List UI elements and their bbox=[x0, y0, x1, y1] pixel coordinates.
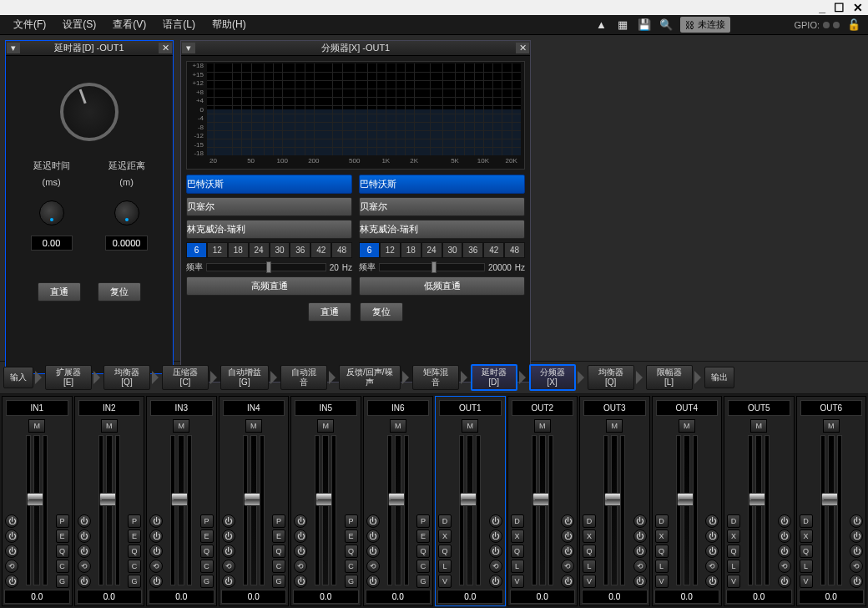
strip-fx-button-p[interactable]: P bbox=[128, 514, 141, 528]
strip-side-button[interactable]: ⏻ bbox=[222, 514, 235, 528]
strip-fx-button-p[interactable]: P bbox=[272, 514, 285, 528]
mute-button[interactable]: M bbox=[101, 419, 118, 433]
strip-fx-button-v[interactable]: V bbox=[655, 575, 669, 588]
delay-collapse-button[interactable]: ▾ bbox=[7, 43, 20, 53]
hpf-slope-24[interactable]: 24 bbox=[249, 242, 270, 258]
hpf-slope-30[interactable]: 30 bbox=[270, 242, 290, 258]
strip-fx-button-g[interactable]: G bbox=[345, 575, 358, 588]
strip-side-button[interactable]: ⏻ bbox=[149, 575, 163, 588]
delay-reset-button[interactable]: 复位 bbox=[98, 282, 141, 301]
strip-side-button[interactable]: ⏻ bbox=[78, 545, 91, 558]
fader[interactable] bbox=[33, 435, 40, 585]
strip-side-button[interactable]: ⏻ bbox=[222, 529, 235, 543]
strip-side-button[interactable]: ⏻ bbox=[149, 529, 163, 543]
delay-main-knob[interactable] bbox=[60, 83, 119, 141]
strip-fx-button-q[interactable]: Q bbox=[272, 545, 285, 558]
lpf-linkwitz-button[interactable]: 林克威治-瑞利 bbox=[359, 220, 525, 239]
delay-dist-knob[interactable] bbox=[114, 200, 139, 225]
fader[interactable] bbox=[611, 435, 618, 585]
strip-side-button[interactable]: ⟲ bbox=[561, 560, 574, 573]
chain-node-x[interactable]: 分频器[X] bbox=[529, 364, 576, 391]
strip-side-button[interactable]: ⏻ bbox=[633, 514, 647, 528]
fader[interactable] bbox=[467, 435, 473, 585]
strip-fx-button-v[interactable]: V bbox=[511, 575, 524, 588]
strip-side-button[interactable]: ⟲ bbox=[633, 560, 647, 573]
strip-side-button[interactable]: ⏻ bbox=[78, 575, 91, 588]
strip-fx-button-q[interactable]: Q bbox=[200, 545, 214, 558]
strip-side-button[interactable]: ⏻ bbox=[366, 575, 380, 588]
strip-value[interactable]: 0.0 bbox=[726, 590, 792, 604]
strip-fx-button-e[interactable]: E bbox=[56, 529, 69, 543]
strip-fx-button-x[interactable]: X bbox=[511, 529, 524, 543]
strip-value[interactable]: 0.0 bbox=[654, 590, 720, 604]
menu-settings[interactable]: 设置(S) bbox=[56, 15, 103, 34]
menu-view[interactable]: 查看(V) bbox=[106, 15, 153, 34]
strip-side-button[interactable]: ⏻ bbox=[78, 529, 91, 543]
mute-button[interactable]: M bbox=[317, 419, 334, 433]
strip-value[interactable]: 0.0 bbox=[221, 590, 287, 604]
strip-side-button[interactable]: ⏻ bbox=[705, 529, 719, 543]
strip-side-button[interactable]: ⏻ bbox=[5, 529, 18, 543]
strip-fx-button-p[interactable]: P bbox=[416, 514, 430, 528]
delay-dist-value[interactable]: 0.0000 bbox=[105, 236, 149, 251]
chain-node-l[interactable]: 限幅器[L] bbox=[646, 365, 693, 390]
search-icon[interactable]: 🔍 bbox=[659, 18, 674, 33]
hpf-slope-36[interactable]: 36 bbox=[290, 242, 310, 258]
lpf-freq-value[interactable]: 20000 bbox=[488, 263, 512, 272]
strip-fx-button-d[interactable]: D bbox=[511, 514, 524, 528]
lpf-bessel-button[interactable]: 贝塞尔 bbox=[359, 197, 525, 216]
strip-fx-button-c[interactable]: C bbox=[272, 560, 285, 573]
strip-fx-button-x[interactable]: X bbox=[727, 529, 740, 543]
hpf-bypass-button[interactable]: 高频直通 bbox=[186, 276, 352, 296]
strip-side-button[interactable]: ⏻ bbox=[366, 545, 380, 558]
strip-fx-button-d[interactable]: D bbox=[800, 514, 813, 528]
strip-side-button[interactable]: ⟲ bbox=[5, 560, 18, 573]
mute-button[interactable]: M bbox=[173, 419, 189, 433]
strip-side-button[interactable]: ⏻ bbox=[561, 545, 574, 558]
mute-button[interactable]: M bbox=[534, 419, 551, 433]
strip-fx-button-l[interactable]: L bbox=[800, 560, 813, 573]
chain-input[interactable]: 输入 bbox=[3, 367, 33, 388]
xover-graph[interactable]: +18+15+12+8+40-4-8-12-15-18 205010020050… bbox=[186, 61, 525, 170]
strip-fx-button-d[interactable]: D bbox=[583, 514, 596, 528]
strip-fx-button-e[interactable]: E bbox=[272, 529, 285, 543]
strip-side-button[interactable]: ⟲ bbox=[489, 560, 502, 573]
strip-fx-button-d[interactable]: D bbox=[438, 514, 452, 528]
close-button[interactable]: ✕ bbox=[853, 1, 863, 14]
strip-side-button[interactable]: ⏻ bbox=[561, 529, 574, 543]
strip-value[interactable]: 0.0 bbox=[799, 590, 865, 604]
strip-fx-button-l[interactable]: L bbox=[583, 560, 596, 573]
strip-side-button[interactable]: ⏻ bbox=[149, 514, 163, 528]
strip-side-button[interactable]: ⏻ bbox=[5, 514, 18, 528]
strip-fx-button-q[interactable]: Q bbox=[56, 545, 69, 558]
strip-fx-button-q[interactable]: Q bbox=[416, 545, 430, 558]
strip-side-button[interactable]: ⏻ bbox=[850, 529, 863, 543]
strip-side-button[interactable]: ⏻ bbox=[850, 514, 863, 528]
lpf-slope-42[interactable]: 42 bbox=[483, 242, 504, 258]
strip-side-button[interactable]: ⏻ bbox=[561, 514, 574, 528]
strip-side-button[interactable]: ⟲ bbox=[222, 560, 235, 573]
hpf-freq-slider[interactable] bbox=[206, 263, 326, 271]
connection-status[interactable]: ⛓ 未连接 bbox=[680, 17, 730, 33]
strip-fx-button-l[interactable]: L bbox=[511, 560, 524, 573]
lpf-slope-18[interactable]: 18 bbox=[401, 242, 421, 258]
menu-help[interactable]: 帮助(H) bbox=[205, 15, 253, 34]
strip-side-button[interactable]: ⏻ bbox=[489, 575, 502, 588]
strip-side-button[interactable]: ⏻ bbox=[294, 545, 307, 558]
strip-side-button[interactable]: ⏻ bbox=[5, 575, 18, 588]
strip-fx-button-p[interactable]: P bbox=[345, 514, 358, 528]
fader[interactable] bbox=[684, 435, 690, 585]
lpf-freq-slider[interactable] bbox=[379, 263, 485, 271]
lpf-slope-12[interactable]: 12 bbox=[380, 242, 401, 258]
lpf-slope-6[interactable]: 6 bbox=[359, 242, 380, 258]
strip-fx-button-q[interactable]: Q bbox=[511, 545, 524, 558]
delay-bypass-button[interactable]: 直通 bbox=[38, 282, 81, 301]
strip-side-button[interactable]: ⏻ bbox=[5, 545, 18, 558]
strip-side-button[interactable]: ⏻ bbox=[778, 514, 791, 528]
strip-side-button[interactable]: ⏻ bbox=[294, 529, 307, 543]
strip-fx-button-l[interactable]: L bbox=[655, 560, 669, 573]
mute-button[interactable]: M bbox=[606, 419, 623, 433]
fader[interactable] bbox=[250, 435, 257, 585]
strip-side-button[interactable]: ⏻ bbox=[294, 575, 307, 588]
strip-fx-button-x[interactable]: X bbox=[438, 529, 452, 543]
